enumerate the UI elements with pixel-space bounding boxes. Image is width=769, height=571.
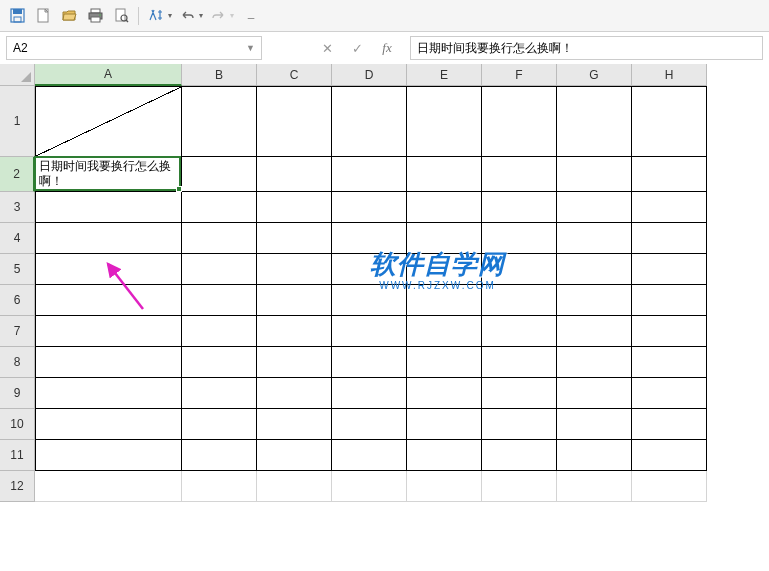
cell-G6[interactable] [557,285,632,316]
column-header-E[interactable]: E [407,64,482,86]
column-header-B[interactable]: B [182,64,257,86]
column-header-H[interactable]: H [632,64,707,86]
cell-A5[interactable] [35,254,182,285]
cell-C5[interactable] [257,254,332,285]
row-header-6[interactable]: 6 [0,285,35,316]
cell-F11[interactable] [482,440,557,471]
cell-D3[interactable] [332,192,407,223]
cell-F1[interactable] [482,86,557,157]
cell-G9[interactable] [557,378,632,409]
cell-B2[interactable] [182,157,257,192]
cell-C11[interactable] [257,440,332,471]
select-all-corner[interactable] [0,64,35,86]
cell-E9[interactable] [407,378,482,409]
undo-button[interactable]: ▾ [176,5,203,27]
column-header-A[interactable]: A [35,64,182,86]
cell-B8[interactable] [182,347,257,378]
cell-D1[interactable] [332,86,407,157]
cell-G4[interactable] [557,223,632,254]
cell-B4[interactable] [182,223,257,254]
cell-E12[interactable] [407,471,482,502]
cell-C6[interactable] [257,285,332,316]
cell-G1[interactable] [557,86,632,157]
cell-C12[interactable] [257,471,332,502]
cell-H1[interactable] [632,86,707,157]
row-header-4[interactable]: 4 [0,223,35,254]
cell-D9[interactable] [332,378,407,409]
cell-H6[interactable] [632,285,707,316]
cell-D8[interactable] [332,347,407,378]
cell-G3[interactable] [557,192,632,223]
cell-E7[interactable] [407,316,482,347]
cell-F7[interactable] [482,316,557,347]
cell-C1[interactable] [257,86,332,157]
column-header-D[interactable]: D [332,64,407,86]
cell-D10[interactable] [332,409,407,440]
row-header-12[interactable]: 12 [0,471,35,502]
cell-A8[interactable] [35,347,182,378]
cell-F3[interactable] [482,192,557,223]
cell-C9[interactable] [257,378,332,409]
save-button[interactable] [6,5,28,27]
row-header-11[interactable]: 11 [0,440,35,471]
cell-D4[interactable] [332,223,407,254]
cell-A12[interactable] [35,471,182,502]
cell-D6[interactable] [332,285,407,316]
cell-C10[interactable] [257,409,332,440]
cell-H9[interactable] [632,378,707,409]
print-preview-button[interactable] [110,5,132,27]
row-header-5[interactable]: 5 [0,254,35,285]
cell-H12[interactable] [632,471,707,502]
column-header-F[interactable]: F [482,64,557,86]
cell-B6[interactable] [182,285,257,316]
cell-A7[interactable] [35,316,182,347]
cancel-formula-button[interactable]: ✕ [312,36,342,60]
cell-G5[interactable] [557,254,632,285]
cell-E6[interactable] [407,285,482,316]
cell-B1[interactable] [182,86,257,157]
cell-D2[interactable] [332,157,407,192]
cell-E4[interactable] [407,223,482,254]
cell-C4[interactable] [257,223,332,254]
cell-E1[interactable] [407,86,482,157]
print-button[interactable] [84,5,106,27]
cell-B7[interactable] [182,316,257,347]
cell-B10[interactable] [182,409,257,440]
cell-D7[interactable] [332,316,407,347]
new-button[interactable] [32,5,54,27]
fx-button[interactable]: fx [372,36,402,60]
row-header-10[interactable]: 10 [0,409,35,440]
cell-H4[interactable] [632,223,707,254]
cell-D5[interactable] [332,254,407,285]
cell-F12[interactable] [482,471,557,502]
cell-A2[interactable]: 日期时间我要换行怎么换啊！ [35,157,182,192]
row-header-3[interactable]: 3 [0,192,35,223]
column-header-C[interactable]: C [257,64,332,86]
cell-G7[interactable] [557,316,632,347]
cell-C8[interactable] [257,347,332,378]
cell-D12[interactable] [332,471,407,502]
cell-H7[interactable] [632,316,707,347]
cell-G8[interactable] [557,347,632,378]
cell-D11[interactable] [332,440,407,471]
row-header-1[interactable]: 1 [0,86,35,157]
cell-E2[interactable] [407,157,482,192]
cell-H3[interactable] [632,192,707,223]
cell-A10[interactable] [35,409,182,440]
cell-E8[interactable] [407,347,482,378]
cell-B5[interactable] [182,254,257,285]
cell-F5[interactable] [482,254,557,285]
cell-A1[interactable] [35,86,182,157]
cell-H2[interactable] [632,157,707,192]
cell-B9[interactable] [182,378,257,409]
column-header-G[interactable]: G [557,64,632,86]
row-header-9[interactable]: 9 [0,378,35,409]
cell-F10[interactable] [482,409,557,440]
cell-H10[interactable] [632,409,707,440]
cell-G10[interactable] [557,409,632,440]
cell-A6[interactable] [35,285,182,316]
cell-G2[interactable] [557,157,632,192]
cell-F8[interactable] [482,347,557,378]
cell-H5[interactable] [632,254,707,285]
cell-F6[interactable] [482,285,557,316]
